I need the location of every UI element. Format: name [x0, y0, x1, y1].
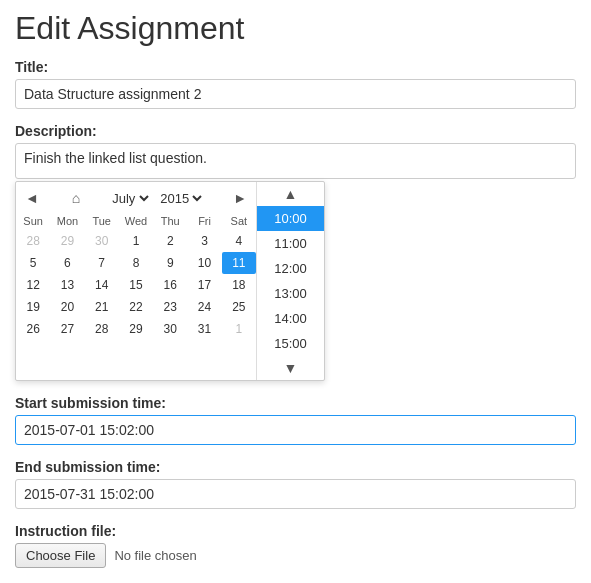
calendar-day[interactable]: 1 [222, 318, 256, 340]
time-scroll-down-btn[interactable]: ▼ [257, 356, 324, 380]
calendar-day[interactable]: 15 [119, 274, 153, 296]
calendar-day[interactable]: 12 [16, 274, 50, 296]
calendar-day[interactable]: 7 [85, 252, 119, 274]
title-section: Title: [15, 59, 576, 109]
calendar-prev-btn[interactable]: ◄ [20, 188, 44, 208]
time-picker-section: ▲ 10:0011:0012:0013:0014:0015:00 ▼ [256, 182, 324, 380]
description-label: Description: [15, 123, 576, 139]
instruction-file-section: Instruction file: Choose File No file ch… [15, 523, 576, 568]
calendar-day[interactable]: 13 [50, 274, 84, 296]
calendar-day[interactable]: 28 [16, 230, 50, 252]
calendar-day[interactable]: 30 [153, 318, 187, 340]
end-time-section: End submission time: [15, 459, 576, 509]
calendar-day[interactable]: 28 [85, 318, 119, 340]
start-time-input[interactable] [15, 415, 576, 445]
calendar-day[interactable]: 23 [153, 296, 187, 318]
title-label: Title: [15, 59, 576, 75]
calendar-day[interactable]: 9 [153, 252, 187, 274]
calendar-day[interactable]: 30 [85, 230, 119, 252]
calendar-home-btn[interactable]: ⌂ [67, 188, 85, 208]
calendar-day[interactable]: 2 [153, 230, 187, 252]
title-input[interactable] [15, 79, 576, 109]
calendar-day[interactable]: 29 [119, 318, 153, 340]
calendar-day[interactable]: 18 [222, 274, 256, 296]
time-item[interactable]: 11:00 [257, 231, 324, 256]
cal-day-header: Sat [222, 212, 256, 230]
calendar-day[interactable]: 26 [16, 318, 50, 340]
calendar-day[interactable]: 17 [187, 274, 221, 296]
calendar-day[interactable]: 24 [187, 296, 221, 318]
calendar-next-btn[interactable]: ► [228, 188, 252, 208]
cal-day-header: Thu [153, 212, 187, 230]
calendar-day[interactable]: 21 [85, 296, 119, 318]
time-item[interactable]: 15:00 [257, 331, 324, 356]
no-file-text: No file chosen [114, 548, 196, 563]
time-item[interactable]: 14:00 [257, 306, 324, 331]
start-time-section: Start submission time: [15, 395, 576, 445]
month-year-selector: July 2015 [108, 190, 205, 207]
cal-day-header: Mon [50, 212, 84, 230]
cal-day-header: Fri [187, 212, 221, 230]
cal-day-header: Wed [119, 212, 153, 230]
calendar-day[interactable]: 14 [85, 274, 119, 296]
calendar-grid: SunMonTueWedThuFriSat 282930123456789101… [16, 212, 256, 340]
calendar-day[interactable]: 11 [222, 252, 256, 274]
calendar-day[interactable]: 1 [119, 230, 153, 252]
calendar-day[interactable]: 19 [16, 296, 50, 318]
cal-day-header: Sun [16, 212, 50, 230]
calendar-day[interactable]: 25 [222, 296, 256, 318]
cal-day-header: Tue [85, 212, 119, 230]
calendar-day[interactable]: 29 [50, 230, 84, 252]
calendar-day[interactable]: 16 [153, 274, 187, 296]
time-item[interactable]: 12:00 [257, 256, 324, 281]
file-input-row: Choose File No file chosen [15, 543, 576, 568]
calendar-day[interactable]: 10 [187, 252, 221, 274]
calendar-nav: ◄ ⌂ July 2015 ► [16, 182, 256, 212]
end-time-input[interactable] [15, 479, 576, 509]
calendar-day[interactable]: 31 [187, 318, 221, 340]
month-select[interactable]: July [108, 190, 152, 207]
description-section: Description: Finish the linked list ques… [15, 123, 576, 381]
year-select[interactable]: 2015 [156, 190, 205, 207]
calendar-day[interactable]: 6 [50, 252, 84, 274]
end-time-label: End submission time: [15, 459, 576, 475]
datetime-popup: ◄ ⌂ July 2015 ► SunMonTueWedThuFriSat 28… [15, 181, 325, 381]
calendar-day[interactable]: 5 [16, 252, 50, 274]
time-item[interactable]: 13:00 [257, 281, 324, 306]
calendar-day[interactable]: 20 [50, 296, 84, 318]
page-title: Edit Assignment [15, 10, 576, 47]
calendar-day[interactable]: 22 [119, 296, 153, 318]
calendar-section: ◄ ⌂ July 2015 ► SunMonTueWedThuFriSat 28… [16, 182, 256, 380]
time-scroll-up-btn[interactable]: ▲ [257, 182, 324, 206]
calendar-day[interactable]: 3 [187, 230, 221, 252]
time-list: 10:0011:0012:0013:0014:0015:00 [257, 206, 324, 356]
calendar-day[interactable]: 27 [50, 318, 84, 340]
calendar-day[interactable]: 4 [222, 230, 256, 252]
description-text: Finish the linked list question. [15, 143, 576, 179]
time-item[interactable]: 10:00 [257, 206, 324, 231]
calendar-day[interactable]: 8 [119, 252, 153, 274]
choose-file-button[interactable]: Choose File [15, 543, 106, 568]
instruction-file-label: Instruction file: [15, 523, 576, 539]
start-time-label: Start submission time: [15, 395, 576, 411]
